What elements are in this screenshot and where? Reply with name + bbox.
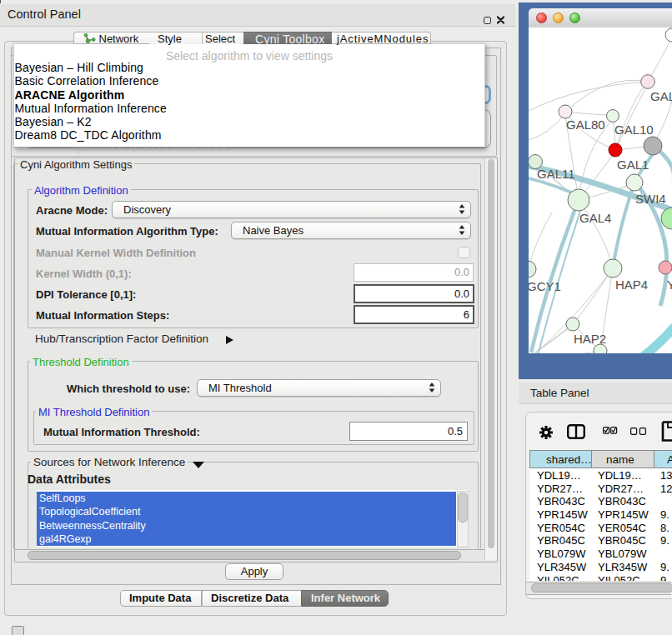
svg-text:GAL11: GAL11 xyxy=(537,167,575,181)
svg-text:SWI4: SWI4 xyxy=(635,192,666,206)
svg-text:Y: Y xyxy=(667,278,672,292)
svg-text:GAL1: GAL1 xyxy=(617,158,649,172)
svg-text:HAP4: HAP4 xyxy=(615,278,648,292)
svg-text:GAL10: GAL10 xyxy=(614,122,654,137)
svg-text:GAL7: GAL7 xyxy=(650,89,672,103)
svg-text:GAL4: GAL4 xyxy=(579,211,611,225)
svg-text:GAL80: GAL80 xyxy=(566,118,605,132)
svg-text:GCY1: GCY1 xyxy=(529,279,561,293)
svg-text:HAP2: HAP2 xyxy=(574,332,606,346)
